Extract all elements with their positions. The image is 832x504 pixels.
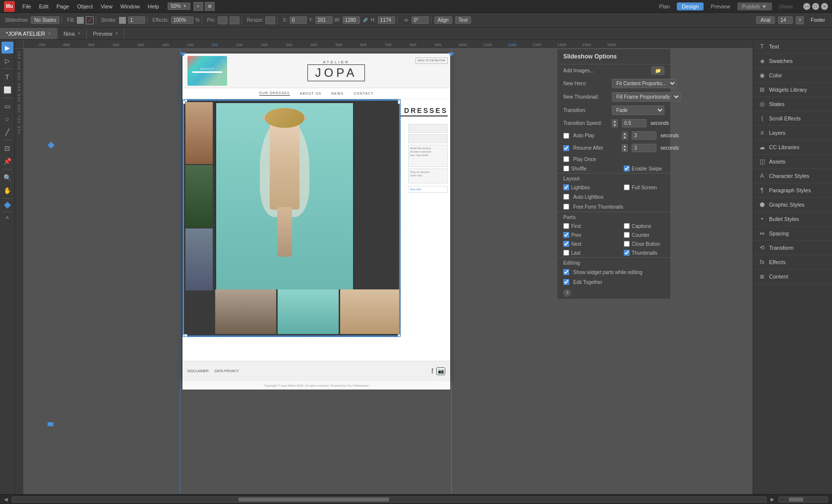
instagram-icon[interactable]: 📷: [436, 367, 445, 375]
panel-widgets[interactable]: ⊞ Widgets Library: [753, 83, 832, 97]
tab-close-1[interactable]: ×: [78, 31, 81, 36]
privacy-link[interactable]: DATA PRIVACY: [215, 369, 239, 373]
enable-swipe-checkbox[interactable]: [624, 166, 630, 171]
publish-button[interactable]: Publish ▼: [737, 2, 772, 10]
canvas-wrapper[interactable]: -700 -600 -500 -400 -300 -200 -100 320 1…: [15, 40, 753, 494]
slideshow-dropdown[interactable]: No States: [31, 16, 59, 24]
resume-down[interactable]: ▼: [622, 148, 628, 152]
fullscreen-checkbox[interactable]: [624, 184, 630, 190]
page-settings-button[interactable]: ⚙: [205, 2, 215, 11]
slideshow-widget[interactable]: [182, 99, 401, 337]
resume-after-checkbox[interactable]: [563, 145, 569, 151]
help-button[interactable]: ?: [796, 16, 804, 24]
handle-bl[interactable]: [182, 334, 185, 337]
last-checkbox[interactable]: [563, 250, 569, 256]
panel-swatches[interactable]: ◈ Swatches: [753, 54, 832, 68]
first-checkbox[interactable]: [563, 223, 569, 229]
menu-file[interactable]: File: [19, 2, 35, 10]
scroll-right-btn[interactable]: ▶: [771, 497, 774, 502]
new-hero-select[interactable]: Fit Content Proportio...: [612, 79, 677, 88]
text-tool[interactable]: T: [1, 71, 13, 83]
speed-stepper[interactable]: ▲ ▼: [612, 119, 618, 127]
next-checkbox[interactable]: [563, 241, 569, 247]
circle-tool[interactable]: ○: [1, 113, 13, 125]
tab-jopa-atelier[interactable]: *JOPA ATELIER ×: [0, 28, 58, 39]
tab-nina[interactable]: Nina ×: [58, 28, 87, 39]
shuffle-checkbox[interactable]: [563, 166, 569, 171]
resume-input[interactable]: [632, 144, 656, 152]
horizontal-scrollbar[interactable]: [12, 497, 767, 503]
fill-swatch[interactable]: [77, 17, 84, 24]
handle-bc[interactable]: [184, 334, 187, 337]
auto-play-checkbox[interactable]: [563, 133, 569, 139]
panel-graphic-styles[interactable]: ⬟ Graphic Styles: [753, 198, 832, 212]
close-button[interactable]: ×: [821, 3, 828, 10]
back-to-top-button[interactable]: BACK TO TOP BUTTON: [416, 57, 448, 64]
direct-select-tool[interactable]: ▷: [1, 55, 13, 66]
fill-none[interactable]: |: [86, 16, 94, 24]
play-once-checkbox[interactable]: [563, 156, 569, 162]
menu-help[interactable]: Help: [144, 2, 163, 10]
disclaimer-link[interactable]: DISCLAIMER: [187, 369, 209, 373]
maximize-button[interactable]: □: [812, 3, 819, 10]
panel-layers[interactable]: ≡ Layers: [753, 126, 832, 140]
panel-character-styles[interactable]: A Character Styles: [753, 169, 832, 183]
line-tool[interactable]: ╱: [1, 126, 13, 138]
menu-edit[interactable]: Edit: [36, 2, 52, 10]
resume-up[interactable]: ▲: [622, 144, 628, 148]
autoplay-up[interactable]: ▲: [622, 132, 628, 136]
crop-tool[interactable]: ⊡: [1, 142, 13, 154]
hero-slide[interactable]: [215, 102, 354, 290]
pin-tool[interactable]: 📌: [1, 155, 13, 167]
new-thumbnail-select[interactable]: Fill Frame Proportionally: [612, 92, 681, 102]
panel-paragraph-styles[interactable]: ¶ Paragraph Styles: [753, 183, 832, 198]
facebook-icon[interactable]: f: [431, 367, 433, 375]
stroke-swatch[interactable]: [119, 17, 126, 24]
bottom-thumb-2[interactable]: [278, 289, 339, 334]
autoplay-down[interactable]: ▼: [622, 136, 628, 140]
filter-control-2[interactable]: [408, 134, 448, 143]
canvas-content[interactable]: IN&OUT ATELIER JOPA BACK TO TOP BUTTON O…: [24, 49, 753, 494]
thumb-3[interactable]: [185, 228, 213, 290]
rotation-input[interactable]: 0°: [412, 16, 429, 24]
menu-page[interactable]: Page: [53, 2, 73, 10]
x-input[interactable]: 0: [290, 16, 307, 24]
resume-stepper[interactable]: ▲ ▼: [622, 144, 628, 152]
preview-button[interactable]: Preview: [706, 2, 735, 10]
add-images-button[interactable]: 📁: [652, 66, 664, 75]
menu-view[interactable]: View: [97, 2, 116, 10]
thumb-2[interactable]: [185, 165, 213, 227]
minimize-button[interactable]: —: [803, 3, 810, 10]
rectangle-tool[interactable]: ▭: [1, 100, 13, 112]
auto-lightbox-checkbox[interactable]: [563, 194, 569, 200]
tab-preview[interactable]: Preview ×: [87, 28, 124, 39]
nav-news[interactable]: NEWS: [331, 92, 344, 95]
panel-bullet-styles[interactable]: • Bullet Styles: [753, 212, 832, 226]
zoom-control[interactable]: 50% ▼: [168, 2, 190, 10]
constrain-icon[interactable]: 🔗: [362, 17, 369, 24]
more-link[interactable]: More Well: [408, 186, 448, 193]
stroke-width[interactable]: 1: [128, 16, 145, 24]
speed-down[interactable]: ▼: [612, 123, 618, 127]
nav-our-dresses[interactable]: OUR DRESSES: [259, 91, 290, 96]
panel-scroll-effects[interactable]: ⟨ Scroll Effects: [753, 112, 832, 126]
scrollbar-thumb[interactable]: [238, 498, 389, 502]
select-tool[interactable]: ▶: [1, 42, 13, 54]
bottom-thumb-1[interactable]: [215, 289, 276, 334]
tab-close-2[interactable]: ×: [116, 31, 119, 36]
counter-checkbox[interactable]: [624, 232, 630, 238]
auto-play-stepper[interactable]: ▲ ▼: [622, 132, 628, 140]
speed-input[interactable]: [622, 119, 647, 127]
nav-contact[interactable]: CONTACT: [354, 92, 373, 95]
tab-close-0[interactable]: ×: [48, 31, 51, 36]
handle-mr[interactable]: [398, 101, 401, 104]
zoom-tool[interactable]: 🔍: [1, 171, 13, 183]
image-tool[interactable]: ⬜: [1, 84, 13, 96]
transition-select[interactable]: Fade: [612, 106, 664, 115]
close-button-checkbox[interactable]: [624, 241, 630, 247]
scroll-left-btn[interactable]: ◀: [4, 497, 8, 502]
panel-spacing[interactable]: ⇔ Spacing: [753, 226, 832, 241]
panel-color[interactable]: ◉ Color: [753, 68, 832, 83]
edit-together-checkbox[interactable]: [563, 279, 569, 285]
opacity-input[interactable]: 100%: [171, 16, 193, 24]
